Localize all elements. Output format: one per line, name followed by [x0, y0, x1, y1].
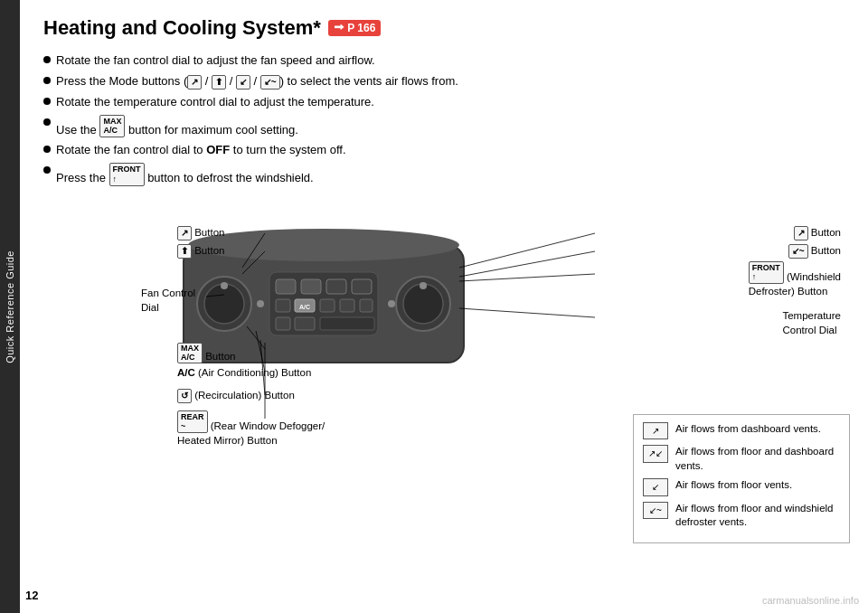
svg-rect-7 — [301, 279, 321, 294]
mode1-icon: ↗ — [177, 226, 192, 240]
bullet-list: Rotate the fan control dial to adjust th… — [43, 52, 850, 187]
label-button-right1: ↗ Button — [794, 225, 841, 240]
svg-rect-10 — [276, 299, 290, 312]
bullet-item-1: Rotate the fan control dial to adjust th… — [43, 52, 850, 70]
legend-text-3: Air flows from floor vents. — [675, 478, 792, 493]
mode-icon-3: ↙ — [236, 75, 250, 90]
max-ac-diag-icon: MAXA/C — [177, 343, 203, 364]
bullet-item-2: Press the Mode buttons (↗ / ⬆ / ↙ / ↙~) … — [43, 73, 850, 90]
svg-line-33 — [459, 274, 595, 281]
svg-line-31 — [459, 233, 595, 268]
page-title: Heating and Cooling System* ⮕ P 166 — [43, 16, 850, 40]
rear-defog-icon: REAR~ — [177, 410, 208, 434]
bullet-dot — [43, 118, 51, 126]
max-ac-icon: MAXA/C — [99, 115, 125, 138]
svg-point-4 — [221, 282, 228, 289]
legend-row-1: ↗ Air flows from dashboard vents. — [643, 422, 840, 440]
legend-row-3: ↙ Air flows from floor vents. — [643, 478, 840, 496]
label-button-right2: ↙~ Button — [788, 243, 841, 259]
svg-line-34 — [459, 308, 595, 317]
svg-rect-17 — [295, 317, 315, 330]
svg-point-21 — [420, 282, 427, 289]
mode-right1-icon: ↗ — [794, 226, 808, 240]
bullet-item-3: Rotate the temperature control dial to a… — [43, 94, 850, 111]
label-recirc: ↺ (Recirculation) Button — [177, 388, 295, 403]
svg-rect-6 — [276, 279, 296, 294]
svg-rect-14 — [340, 299, 354, 312]
svg-rect-8 — [326, 279, 346, 294]
label-button-mode2: ⬆ Button — [177, 243, 224, 259]
label-max-ac: MAXA/C Button — [177, 343, 235, 364]
label-rear-defog: REAR~ (Rear Window Defogger/Heated Mirro… — [177, 410, 325, 448]
diagram-area: A/C ↗ Button ⬆ Butt — [43, 200, 850, 543]
recirc-icon: ↺ — [177, 389, 192, 403]
label-temp-dial: TemperatureControl Dial — [782, 308, 841, 337]
svg-rect-18 — [320, 317, 374, 330]
legend-text-1: Air flows from dashboard vents. — [675, 422, 821, 437]
mode-right2-icon: ↙~ — [788, 244, 808, 259]
label-button-mode1: ↗ Button — [177, 225, 224, 240]
label-ac: A/C (Air Conditioning) Button — [177, 365, 311, 380]
mode-icon-4: ↙~ — [260, 75, 280, 90]
legend-icon-2: ↗↙ — [643, 445, 668, 463]
svg-rect-16 — [276, 317, 290, 330]
main-content: Heating and Cooling System* ⮕ P 166 Rota… — [25, 0, 868, 613]
svg-rect-13 — [320, 299, 335, 312]
ref-arrow: ⮕ — [334, 22, 347, 34]
bullet-dot — [43, 77, 51, 84]
front-defrost-icon-bullet: FRONT↑ — [109, 163, 145, 186]
legend-text-2: Air flows from floor and dashboard vents… — [675, 445, 840, 473]
label-fan-dial: Fan ControlDial — [141, 286, 195, 315]
watermark: carmanualsonline.info — [762, 595, 859, 606]
bullet-item-4: Use the MAXA/C button for maximum cool s… — [43, 115, 850, 139]
bullet-dot — [43, 146, 51, 153]
front-defrost-icon: FRONT↑ — [749, 261, 784, 285]
svg-line-32 — [459, 251, 595, 277]
svg-rect-15 — [360, 299, 373, 312]
legend-row-4: ↙~ Air flows from floor and windshield d… — [643, 502, 840, 530]
page-ref: ⮕ P 166 — [328, 20, 382, 36]
svg-point-20 — [403, 284, 443, 324]
legend-icon-3: ↙ — [643, 478, 668, 496]
legend-text-4: Air flows from floor and windshield defr… — [675, 502, 840, 530]
svg-point-22 — [257, 300, 264, 307]
label-windshield-defrost: FRONT↑ (WindshieldDefroster) Button — [749, 261, 841, 299]
mode2-icon: ⬆ — [177, 244, 192, 259]
bullet-dot — [43, 98, 51, 105]
svg-point-1 — [188, 229, 459, 261]
bullet-dot — [43, 56, 51, 63]
title-text: Heating and Cooling System* — [43, 16, 321, 40]
svg-point-23 — [388, 300, 395, 307]
legend-box: ↗ Air flows from dashboard vents. ↗↙ Air… — [633, 414, 850, 543]
page-number: 12 — [25, 589, 38, 602]
sidebar-label: Quick Reference Guide — [5, 250, 15, 363]
svg-rect-9 — [352, 279, 372, 294]
mode-icon-1: ↗ — [187, 75, 202, 90]
legend-icon-1: ↗ — [643, 422, 668, 440]
legend-row-2: ↗↙ Air flows from floor and dashboard ve… — [643, 445, 840, 473]
legend-icon-4: ↙~ — [643, 502, 668, 520]
bullet-item-6: Press the FRONT↑ button to defrost the w… — [43, 163, 850, 187]
sidebar: Quick Reference Guide — [0, 0, 20, 613]
svg-text:A/C: A/C — [299, 304, 310, 310]
bullet-item-5: Rotate the fan control dial to OFF to tu… — [43, 142, 850, 159]
mode-icon-2: ⬆ — [212, 75, 226, 90]
svg-point-3 — [204, 284, 244, 324]
bullet-dot — [43, 166, 51, 174]
